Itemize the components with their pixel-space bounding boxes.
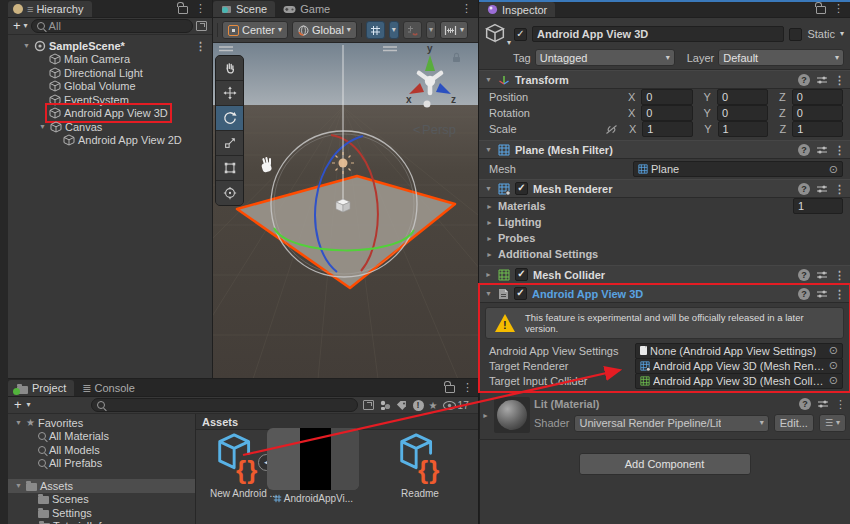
foldout-closed-icon[interactable]	[484, 271, 493, 278]
grid-visibility-dropdown[interactable]	[389, 21, 399, 39]
lock-icon[interactable]	[816, 6, 826, 14]
object-name-field[interactable]: Android App View 3D	[532, 26, 784, 42]
enabled-checkbox[interactable]	[515, 182, 528, 195]
position-y-input[interactable]: 0	[717, 89, 768, 105]
favorites-row[interactable]: Favorites	[8, 416, 195, 430]
eye-icon[interactable]	[443, 401, 456, 410]
hierarchy-search-input[interactable]: All	[31, 19, 193, 33]
tool-handle-pivot-button[interactable]: Center	[222, 21, 288, 39]
enabled-checkbox[interactable]	[515, 268, 528, 281]
transform-header[interactable]: Transform	[479, 70, 850, 89]
help-icon[interactable]	[798, 144, 810, 156]
object-picker-icon[interactable]	[829, 360, 838, 371]
hierarchy-scene-row[interactable]: SampleScene*	[8, 39, 212, 53]
tab-inspector[interactable]: Inspector	[479, 2, 555, 17]
hierarchy-item[interactable]: Android App View 2D	[8, 134, 212, 148]
scale-z-input[interactable]: 1	[792, 121, 843, 137]
search-by-label-icon[interactable]	[396, 400, 408, 411]
folder-row[interactable]: Scenes	[8, 493, 195, 507]
static-dropdown-icon[interactable]	[840, 30, 844, 38]
presets-icon[interactable]	[816, 184, 828, 194]
position-x-input[interactable]: 0	[641, 89, 692, 105]
android-app-view-header[interactable]: Android App View 3D	[479, 284, 850, 303]
object-picker-icon[interactable]	[829, 164, 838, 175]
snap-increment-button[interactable]	[440, 21, 468, 39]
snap-grid-dropdown[interactable]	[426, 21, 436, 39]
hierarchy-item-android-app-view-3d[interactable]: Android App View 3D	[8, 107, 212, 121]
mesh-collider-header[interactable]: Mesh Collider	[479, 265, 850, 284]
scale-y-input[interactable]: 1	[718, 121, 769, 137]
scale-x-input[interactable]: 1	[642, 121, 693, 137]
gameobject-icon[interactable]	[485, 23, 509, 45]
help-icon[interactable]	[799, 398, 811, 410]
folder-row[interactable]: TutorialInfo	[8, 520, 195, 524]
target-collider-object-field[interactable]: Android App View 3D (Mesh Collider)	[635, 373, 843, 389]
help-icon[interactable]	[798, 269, 810, 281]
create-dropdown-icon[interactable]	[24, 22, 28, 30]
presets-icon[interactable]	[816, 270, 828, 280]
hand-tool-button[interactable]	[216, 56, 243, 81]
persp-label[interactable]: Persp	[422, 122, 456, 137]
object-picker-icon[interactable]	[829, 345, 838, 356]
scene-menu-icon[interactable]	[195, 40, 206, 52]
grid-visibility-button[interactable]	[366, 21, 385, 39]
foldout-closed-icon[interactable]	[481, 412, 490, 419]
additional-settings-foldout[interactable]: Additional Settings	[479, 246, 850, 262]
scale-tool-button[interactable]	[216, 131, 243, 156]
hierarchy-item-canvas[interactable]: Canvas	[8, 120, 212, 134]
rotate-tool-button[interactable]	[216, 106, 243, 131]
open-subwindow-icon[interactable]	[363, 400, 374, 410]
snap-grid-button[interactable]	[403, 21, 422, 39]
menu-dots-icon[interactable]	[833, 2, 844, 14]
rotation-x-input[interactable]: 0	[641, 105, 692, 121]
hidden-packages-icon[interactable]: !	[413, 400, 424, 411]
transform-tool-button[interactable]	[216, 181, 243, 205]
tab-console[interactable]: ≣ Console	[74, 380, 143, 396]
lock-icon[interactable]	[445, 385, 455, 393]
tool-handle-rotation-button[interactable]: Global	[292, 21, 357, 39]
create-dropdown-icon[interactable]	[27, 401, 31, 409]
help-icon[interactable]	[798, 183, 810, 195]
move-tool-button[interactable]	[216, 81, 243, 106]
tab-project[interactable]: Project	[8, 380, 74, 396]
hierarchy-item[interactable]: Global Volume	[8, 80, 212, 94]
materials-row[interactable]: Materials 1	[479, 198, 850, 214]
help-icon[interactable]	[798, 288, 810, 300]
object-picker-icon[interactable]	[829, 375, 838, 386]
favorite-item[interactable]: All Materials	[8, 430, 195, 444]
presets-icon[interactable]	[817, 399, 829, 409]
asset-item-readme[interactable]: {} Readme	[392, 432, 448, 499]
create-button[interactable]: +	[13, 21, 21, 31]
favorite-item[interactable]: All Prefabs	[8, 457, 195, 471]
tag-dropdown[interactable]: Untagged	[535, 49, 675, 66]
menu-dots-icon[interactable]	[834, 74, 845, 86]
menu-dots-icon[interactable]	[834, 288, 845, 300]
lighting-foldout[interactable]: Lighting	[479, 214, 850, 230]
menu-dots-icon[interactable]	[461, 2, 472, 14]
lock-icon[interactable]	[178, 6, 188, 14]
foldout-open-icon[interactable]	[484, 76, 493, 83]
rotation-y-input[interactable]: 0	[717, 105, 768, 121]
project-search-input[interactable]	[91, 398, 358, 412]
open-subwindow-icon[interactable]	[196, 21, 207, 31]
rotation-z-input[interactable]: 0	[792, 105, 843, 121]
foldout-closed-icon[interactable]	[485, 235, 494, 242]
menu-dots-icon[interactable]	[834, 269, 845, 281]
folder-row[interactable]: Settings	[8, 506, 195, 520]
favorite-item[interactable]: All Models	[8, 443, 195, 457]
menu-dots-icon[interactable]	[462, 381, 473, 393]
presets-icon[interactable]	[816, 75, 828, 85]
presets-icon[interactable]	[816, 289, 828, 299]
menu-dots-icon[interactable]	[835, 398, 846, 410]
hierarchy-item[interactable]: Directional Light	[8, 66, 212, 80]
mesh-object-field[interactable]: Plane	[633, 161, 843, 177]
shader-edit-button[interactable]: Edit...	[774, 414, 814, 432]
foldout-open-icon[interactable]	[38, 123, 47, 130]
rect-tool-button[interactable]	[216, 156, 243, 181]
menu-dots-icon[interactable]	[195, 2, 206, 14]
foldout-open-icon[interactable]	[484, 290, 493, 297]
menu-dots-icon[interactable]	[834, 144, 845, 156]
create-button[interactable]: +	[14, 400, 22, 410]
position-z-input[interactable]: 0	[792, 89, 843, 105]
asset-item-androidappview-texture[interactable]: AndroidAppVi...	[267, 428, 359, 504]
